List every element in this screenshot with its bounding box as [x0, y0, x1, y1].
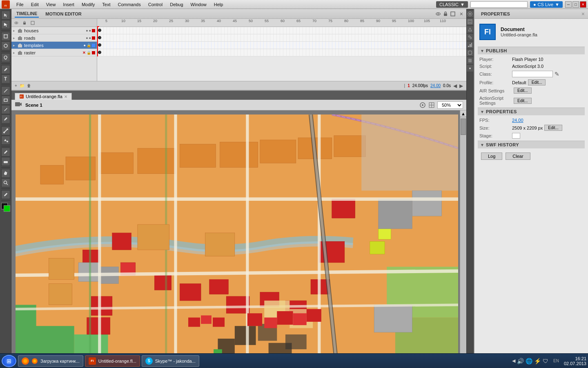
line-tool[interactable]: [1, 86, 10, 95]
paint-bucket-tool[interactable]: [1, 136, 10, 145]
svg-marker-24: [18, 29, 22, 30]
menu-commands[interactable]: Commands: [114, 1, 144, 8]
add-layer-btn[interactable]: +: [15, 83, 17, 88]
taskbar-item-flash[interactable]: Fl Untitled-orange.fl...: [85, 355, 140, 367]
r-icon-1[interactable]: [467, 11, 473, 17]
stage-tab-close[interactable]: ✕: [64, 94, 67, 99]
layer-row-houses[interactable]: ▸ houses ● ●: [11, 27, 97, 34]
fps-value[interactable]: 24.00: [512, 118, 523, 123]
panel-close-icon[interactable]: ×: [581, 11, 585, 17]
vertical-scrollbar[interactable]: ▲ ▼: [460, 110, 466, 361]
menu-debug[interactable]: Debug: [167, 1, 186, 8]
swf-log-btn[interactable]: Log: [481, 153, 502, 160]
size-edit-btn[interactable]: Edit...: [544, 125, 562, 131]
menu-file[interactable]: File: [13, 1, 27, 8]
r-icon-6[interactable]: [467, 49, 473, 56]
menu-control[interactable]: Control: [145, 1, 166, 8]
air-settings-edit-btn[interactable]: Edit...: [514, 88, 532, 94]
selection-tool[interactable]: [1, 11, 10, 20]
menu-window[interactable]: Window: [187, 1, 210, 8]
zoom-tool[interactable]: [1, 178, 10, 187]
tray-power-icon[interactable]: ⚡: [534, 358, 541, 364]
scroll-right-btn[interactable]: ▶: [459, 83, 463, 89]
stage-color-swatch[interactable]: [512, 133, 520, 139]
tray-arrow-icon[interactable]: ◀: [512, 358, 515, 364]
player-label: Player:: [479, 57, 512, 62]
text-tool[interactable]: T: [1, 74, 10, 83]
class-pencil-icon[interactable]: ✎: [555, 71, 559, 77]
tray-sound-icon[interactable]: 🔊: [517, 358, 524, 364]
as-settings-edit-btn[interactable]: Edit...: [514, 98, 532, 104]
close-button[interactable]: ✕: [580, 1, 586, 8]
taskbar-flash-text: Untitled-orange.fl...: [98, 359, 136, 364]
eyedropper-tool-2[interactable]: [1, 190, 10, 199]
class-input[interactable]: [512, 71, 553, 77]
r-icon-3[interactable]: [467, 26, 473, 33]
taskbar-item-skype[interactable]: S Skype™ - jakonda...: [142, 355, 199, 367]
eye-icon-roads: ●: [86, 36, 88, 40]
frame-num-20: 20: [153, 19, 157, 23]
eraser-tool[interactable]: [1, 157, 10, 166]
tray-network-icon[interactable]: 🌐: [526, 358, 532, 364]
layer-controls-raster: ✕ 🔒: [82, 51, 95, 55]
profile-edit-btn[interactable]: Edit...: [528, 79, 546, 85]
scrollbar-thumb-v[interactable]: [461, 119, 466, 135]
r-icon-4[interactable]: [467, 34, 473, 40]
scrollbar-up-btn[interactable]: ▲: [460, 110, 466, 117]
restore-button[interactable]: □: [572, 1, 579, 8]
taskbar-item-browser[interactable]: Загрузка картинк...: [18, 355, 83, 367]
timeline-collapse-icon[interactable]: ×: [460, 11, 463, 17]
properties-section-header[interactable]: ▼ PROPERTIES: [478, 108, 585, 115]
map-visual[interactable]: [16, 114, 458, 360]
stage-snap-icon[interactable]: [419, 102, 426, 108]
layer-row-roads[interactable]: ▸ roads ● ●: [11, 34, 97, 42]
menu-modify[interactable]: Modify: [78, 1, 98, 8]
menu-edit[interactable]: Edit: [28, 1, 42, 8]
gradient-transform-tool[interactable]: [1, 41, 10, 50]
minimize-button[interactable]: ─: [565, 1, 572, 8]
start-button[interactable]: ⊞: [2, 355, 16, 367]
pencil-tool[interactable]: [1, 105, 10, 114]
zoom-selector[interactable]: 50% 25% 75% 100%: [437, 101, 463, 109]
stage-grid-icon[interactable]: [428, 102, 435, 108]
stage-tab-untitled[interactable]: Fl Untitled-orange.fla ✕: [15, 93, 72, 100]
search-input[interactable]: [470, 1, 528, 8]
swf-history-section-header[interactable]: ▼ SWF HISTORY: [478, 141, 585, 148]
fps-link[interactable]: 24.00: [430, 83, 441, 88]
pen-tool[interactable]: [1, 65, 10, 74]
rectangle-tool[interactable]: [1, 96, 10, 105]
publish-section-header[interactable]: ▼ PUBLISH: [478, 47, 585, 54]
menu-text[interactable]: Text: [99, 1, 114, 8]
layer-row-templates[interactable]: ▸ templates ● 🔒: [11, 42, 97, 49]
swf-clear-btn[interactable]: Clear: [506, 153, 530, 160]
hand-tool[interactable]: [1, 169, 10, 178]
brush-tool[interactable]: [1, 114, 10, 123]
taskbar-time-date[interactable]: 16:21 02.07.2013: [564, 356, 586, 366]
svg-rect-101: [49, 258, 74, 280]
menu-insert[interactable]: Insert: [60, 1, 78, 8]
r-icon-5[interactable]: [467, 42, 473, 48]
r-icon-8[interactable]: ●: [467, 65, 473, 72]
bone-tool[interactable]: [1, 126, 10, 135]
free-transform-tool[interactable]: [1, 32, 10, 41]
r-icon-7[interactable]: [467, 57, 473, 64]
tab-motion-editor[interactable]: MOTION EDITOR: [44, 11, 83, 17]
lasso-tool[interactable]: [1, 53, 10, 62]
subselection-tool[interactable]: [1, 20, 10, 29]
cs-live-button[interactable]: ● CS Live ▼: [530, 1, 563, 8]
tray-shield-icon[interactable]: 🛡: [543, 358, 548, 364]
scroll-left-btn[interactable]: ◀: [453, 83, 457, 89]
layer-row-raster[interactable]: ▸ raster ✕ 🔒: [11, 49, 97, 56]
workspace-selector[interactable]: CLASSIC ▼: [436, 1, 468, 8]
frame-num-50: 50: [249, 19, 253, 23]
playhead-position: |: [404, 83, 405, 88]
menu-help[interactable]: Help: [211, 1, 227, 8]
add-folder-btn[interactable]: 📁: [20, 83, 24, 88]
delete-layer-btn[interactable]: 🗑: [27, 83, 31, 88]
tab-timeline[interactable]: TIMELINE: [15, 10, 39, 18]
stroke-color-swatch[interactable]: [1, 203, 10, 212]
menu-view[interactable]: View: [43, 1, 59, 8]
eyedropper-tool[interactable]: [1, 148, 10, 157]
properties-tab[interactable]: PROPERTIES: [478, 11, 513, 17]
r-icon-2[interactable]: [467, 18, 473, 25]
